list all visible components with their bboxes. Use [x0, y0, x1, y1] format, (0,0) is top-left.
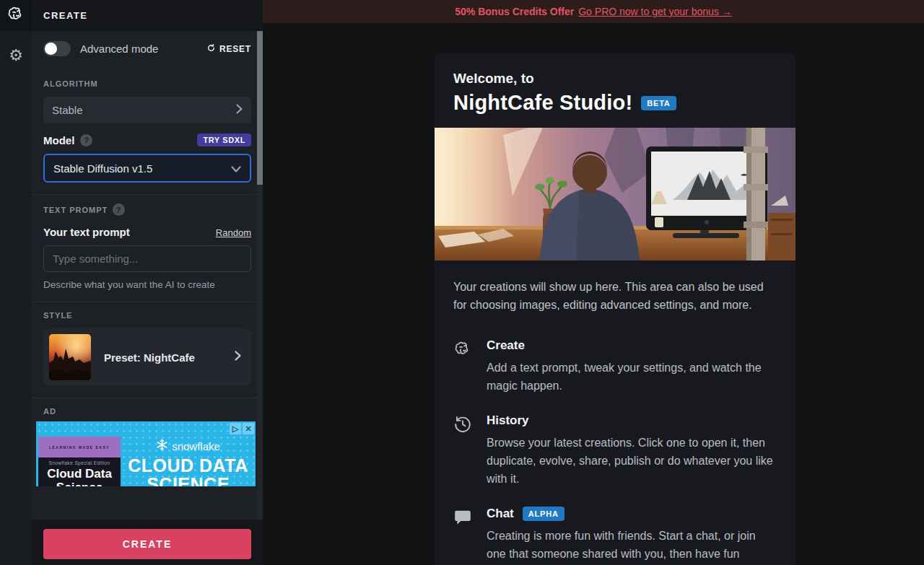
- feature-chat-title: Chat: [487, 507, 514, 521]
- brain-icon: [6, 5, 25, 27]
- feature-history-description: Browse your latest creations. Click one …: [487, 434, 777, 488]
- advertisement[interactable]: ▷ ✕ LEARNING MADE EASY Snowflake Special…: [36, 421, 256, 486]
- model-label: Model: [43, 134, 74, 146]
- nightcafe-logo-button[interactable]: [0, 0, 32, 31]
- ad-book-tagline: LEARNING MADE EASY: [38, 437, 121, 457]
- style-preset-value: Preset: NightCafe: [104, 351, 195, 364]
- style-preset-thumbnail: [49, 334, 91, 380]
- history-icon: [453, 415, 472, 488]
- feature-chat: Chat ALPHA Creating is more fun with fri…: [453, 507, 777, 565]
- go-pro-link[interactable]: Go PRO now to get your bonus →: [578, 6, 731, 17]
- algorithm-section-label: ALGORITHM: [43, 79, 251, 88]
- create-button[interactable]: CREATE: [43, 529, 251, 559]
- feature-history: History Browse your latest creations. Cl…: [453, 413, 777, 488]
- prompt-input[interactable]: [43, 245, 251, 272]
- beta-badge: BETA: [641, 96, 676, 110]
- feature-history-title: History: [487, 413, 529, 428]
- adchoices-icon[interactable]: ▷: [230, 423, 241, 434]
- random-prompt-link[interactable]: Random: [216, 227, 251, 238]
- sidebar-scroll-area: Advanced mode RESET ALGORITHM Stable: [32, 31, 263, 520]
- prompt-helper-text: Describe what you want the AI to create: [43, 279, 251, 290]
- intro-text: Your creations will show up here. This a…: [435, 260, 796, 314]
- algorithm-select[interactable]: Stable: [43, 97, 251, 123]
- ad-close-icon[interactable]: ✕: [243, 423, 254, 434]
- reset-button[interactable]: RESET: [206, 43, 251, 55]
- advanced-mode-toggle[interactable]: [43, 41, 71, 56]
- feature-chat-description: Creating is more fun with friends. Start…: [487, 527, 777, 565]
- model-help-icon[interactable]: ?: [80, 134, 92, 146]
- model-select[interactable]: Stable Diffusion v1.5: [43, 154, 251, 183]
- prompt-label: Your text prompt: [43, 226, 130, 238]
- refresh-icon: [206, 43, 216, 55]
- welcome-heading-line2: NightCafe Studio!: [453, 91, 632, 115]
- sidebar-scrollbar: [257, 31, 263, 520]
- promo-offer-text: 50% Bonus Credits Offer: [455, 6, 574, 17]
- create-sidebar: CREATE Advanced mode RESET ALGORITHM Sta…: [32, 0, 263, 565]
- feature-create: Create Add a text prompt, tweak your set…: [453, 338, 777, 395]
- promo-banner: 50% Bonus Credits Offer Go PRO now to ge…: [263, 0, 924, 23]
- feature-create-title: Create: [487, 338, 525, 353]
- chevron-right-icon: [235, 351, 241, 364]
- chat-icon: [453, 508, 472, 565]
- hero-image: [435, 128, 796, 260]
- settings-button[interactable]: ⚙: [0, 40, 32, 71]
- chevron-down-icon: [231, 162, 241, 175]
- ad-book-edition: Snowflake Special Edition: [38, 460, 121, 465]
- sidebar-scrollbar-thumb[interactable]: [257, 31, 263, 185]
- ad-book-cover: LEARNING MADE EASY Snowflake Special Edi…: [38, 437, 121, 486]
- prompt-help-icon[interactable]: ?: [113, 203, 125, 216]
- sidebar-title: CREATE: [32, 0, 263, 31]
- toggle-knob: [45, 43, 57, 55]
- chevron-right-icon: [236, 104, 243, 116]
- advanced-mode-label: Advanced mode: [80, 43, 158, 55]
- feature-create-description: Add a text prompt, tweak your settings, …: [487, 359, 777, 395]
- icon-rail: ⚙: [0, 0, 32, 565]
- gear-icon: ⚙: [9, 46, 23, 65]
- welcome-panel: Welcome, to NightCafe Studio! BETA: [435, 53, 796, 565]
- snowflake-logo-icon: [156, 439, 168, 453]
- alpha-badge: ALPHA: [523, 507, 565, 521]
- text-prompt-section-label: TEXT PROMPT: [43, 206, 108, 214]
- sidebar-footer: CREATE: [32, 520, 263, 565]
- try-sdxl-badge[interactable]: TRY SDXL: [197, 133, 251, 146]
- style-preset-card[interactable]: Preset: NightCafe: [43, 328, 251, 386]
- ad-section-label: AD: [43, 407, 251, 416]
- welcome-heading-line1: Welcome, to: [453, 71, 777, 87]
- style-section-label: STYLE: [43, 311, 251, 320]
- brain-icon: [453, 340, 472, 395]
- ad-brand-text: snowflake: [172, 440, 220, 452]
